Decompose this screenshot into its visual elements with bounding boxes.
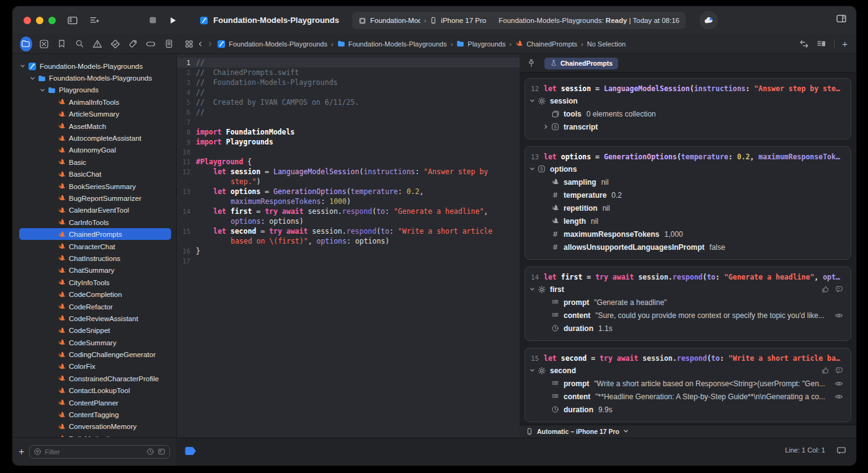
add-editor-icon[interactable]: +	[842, 38, 848, 49]
result-row-temperature[interactable]: temperature 0.2	[528, 188, 844, 201]
scheme-name[interactable]: Foundation-Models-Playgr	[370, 17, 420, 24]
code-line-14[interactable]: 14 let first = try await session.respond…	[177, 206, 520, 216]
run-destination[interactable]: iPhone 17 Pro	[441, 17, 486, 24]
breadcrumb-item[interactable]: ChainedPrompts	[515, 40, 577, 48]
recent-files-clock-icon[interactable]	[146, 448, 154, 456]
eye-icon[interactable]	[835, 311, 843, 320]
sidebar-item-AnimalInfoTools[interactable]: AnimalInfoTools	[12, 96, 176, 108]
sidebar-item-CodeReviewAssistant[interactable]: CodeReviewAssistant	[12, 312, 176, 324]
result-row-sampling[interactable]: sampling nil	[528, 175, 844, 188]
back-chevron-icon[interactable]	[197, 41, 203, 47]
sidebar-item-CodeRefactor[interactable]: CodeRefactor	[12, 301, 176, 312]
disclosure-chevron-icon[interactable]	[528, 286, 536, 292]
scheme-bar[interactable]: Foundation-Models-Playgr › iPhone 17 Pro…	[352, 12, 686, 29]
result-row-repetition[interactable]: repetition nil	[528, 201, 844, 214]
thumb-icon[interactable]	[822, 366, 830, 374]
thumb-icon[interactable]	[822, 285, 830, 293]
canvas-device-bar[interactable]: Automatic – iPhone 17 Pro	[520, 425, 856, 437]
code-line-10[interactable]: 10	[177, 147, 520, 157]
sidebar-item-ChatSummary[interactable]: ChatSummary	[12, 265, 176, 276]
code-line-1[interactable]: 1 //	[177, 58, 520, 68]
sidebar-item-CityInfoTools[interactable]: CityInfoTools	[12, 276, 176, 288]
quote-icon[interactable]	[835, 366, 843, 374]
sidebar-item-AssetMatch[interactable]: AssetMatch	[12, 120, 176, 132]
editor-display-icon[interactable]	[836, 445, 846, 455]
code-line-9[interactable]: 9 import Playgrounds	[177, 137, 520, 147]
writing-tools-icon[interactable]	[89, 15, 100, 25]
navigator-tab-breakpoints[interactable]	[144, 37, 157, 51]
navigator-tab-tests[interactable]	[109, 37, 122, 51]
sidebar-item-Foundation-Models-Playgrounds[interactable]: Foundation-Models-Playgrounds	[12, 60, 176, 72]
source-editor[interactable]: 1 // 2 // ChainedPrompts.swift 3 // Foun…	[177, 55, 520, 437]
sidebar-item-CodeSummary[interactable]: CodeSummary	[12, 337, 176, 348]
disclosure-chevron-icon[interactable]	[528, 166, 536, 172]
code-line-2[interactable]: 2 // ChainedPrompts.swift	[177, 68, 520, 77]
code-line-wrap[interactable]: maximumResponseTokens: 1000)	[177, 197, 520, 206]
minimize-window-button[interactable]	[36, 17, 43, 24]
eye-icon[interactable]	[835, 379, 843, 388]
code-line-4[interactable]: 4 //	[177, 87, 520, 97]
breadcrumb-item[interactable]: Playgrounds	[456, 40, 505, 48]
result-row-transcript[interactable]: S transcript	[528, 120, 844, 133]
quote-icon[interactable]	[835, 285, 843, 293]
sidebar-item-CodingChallengeGenerator[interactable]: CodingChallengeGenerator	[12, 348, 176, 360]
breadcrumb-item[interactable]: Foundation-Models-Playgrounds	[337, 40, 447, 48]
result-row-session[interactable]: session	[528, 94, 844, 107]
disclosure-chevron-icon[interactable]	[528, 368, 536, 373]
disclosure-chevron-icon[interactable]	[528, 98, 536, 104]
sidebar-item-CodeCompletion[interactable]: CodeCompletion	[12, 288, 176, 300]
result-row-content[interactable]: content "Sure, could you provide more co…	[528, 309, 844, 322]
filter-field[interactable]	[29, 445, 170, 459]
related-items-grid-icon[interactable]	[185, 40, 193, 48]
sidebar-item-CarInfoTools[interactable]: CarInfoTools	[12, 216, 176, 228]
sidebar-item-ConversationMemory[interactable]: ConversationMemory	[12, 421, 176, 433]
code-line-wrap[interactable]: options: options)	[177, 216, 520, 226]
navigator-tab-find[interactable]	[73, 37, 86, 51]
playground-result-tab[interactable]: ChainedPrompts	[544, 58, 618, 69]
code-line-wrap[interactable]: based on \(first)", options: options)	[177, 236, 520, 246]
toggle-inspector-icon[interactable]	[836, 13, 847, 24]
navigator-tab-project[interactable]	[20, 37, 32, 51]
run-button[interactable]	[169, 16, 177, 25]
result-row-first[interactable]: first	[528, 283, 844, 296]
disclosure-chevron-icon[interactable]	[29, 76, 36, 81]
result-row-prompt[interactable]: prompt "Write a short article based on R…	[528, 377, 844, 390]
sidebar-item-Foundation-Models-Playgrounds[interactable]: Foundation-Models-Playgrounds	[12, 72, 176, 84]
sidebar-item-ChatInstructions[interactable]: ChatInstructions	[12, 252, 176, 264]
navigator-tab-issues[interactable]	[91, 37, 104, 51]
sidebar-item-CodeSnippet[interactable]: CodeSnippet	[12, 325, 176, 337]
result-row-second[interactable]: second	[528, 364, 844, 377]
sidebar-item-AutonomyGoal[interactable]: AutonomyGoal	[12, 144, 176, 156]
sidebar-item-BasicChat[interactable]: BasicChat	[12, 169, 176, 180]
code-review-icon[interactable]	[799, 39, 809, 49]
sidebar-item-ConstrainedCharacterProfile[interactable]: ConstrainedCharacterProfile	[12, 373, 176, 384]
result-row-prompt[interactable]: prompt "Generate a headline"	[528, 296, 844, 309]
line-col-indicator[interactable]: Line: 1 Col: 1	[785, 446, 825, 454]
sidebar-item-DailyMotivation[interactable]: DailyMotivation	[12, 433, 176, 437]
zoom-window-button[interactable]	[48, 17, 56, 24]
navigator-tab-debug[interactable]	[127, 37, 140, 51]
sidebar-item-AutocompleteAssistant[interactable]: AutocompleteAssistant	[12, 132, 176, 144]
toggle-navigator-icon[interactable]	[67, 15, 78, 26]
filter-input[interactable]	[45, 448, 143, 456]
eye-icon[interactable]	[835, 392, 843, 401]
sidebar-item-ArticleSummary[interactable]: ArticleSummary	[12, 108, 176, 120]
sidebar-item-Playgrounds[interactable]: Playgrounds	[12, 84, 176, 96]
code-line-12[interactable]: 12 let session = LanguageModelSession(in…	[177, 167, 520, 177]
jump-bar[interactable]: Foundation-Models-Playgrounds›Foundation…	[185, 40, 799, 48]
code-line-16[interactable]: 16 }	[177, 246, 520, 256]
sidebar-item-BookSeriesSummary[interactable]: BookSeriesSummary	[12, 180, 176, 192]
sidebar-item-ChainedPrompts[interactable]: ChainedPrompts	[12, 228, 176, 240]
result-row-content[interactable]: content "**Headline Generation: A Step-b…	[528, 390, 844, 403]
pin-icon[interactable]	[527, 59, 536, 68]
breadcrumb-item[interactable]: Foundation-Models-Playgrounds	[217, 40, 327, 48]
code-line-wrap[interactable]: step.")	[177, 177, 520, 187]
result-row-length[interactable]: length nil	[528, 214, 844, 228]
disclosure-chevron-icon[interactable]	[38, 87, 46, 93]
navigator-tab-source-control[interactable]	[38, 37, 50, 51]
code-line-8[interactable]: 8 import FoundationModels	[177, 127, 520, 137]
code-line-13[interactable]: 13 let options = GenerationOptions(tempe…	[177, 187, 520, 197]
result-row-maximumResponseTokens[interactable]: maximumResponseTokens 1,000	[528, 228, 844, 241]
playground-run-marker[interactable]	[185, 446, 198, 456]
add-file-button[interactable]: +	[19, 446, 24, 458]
